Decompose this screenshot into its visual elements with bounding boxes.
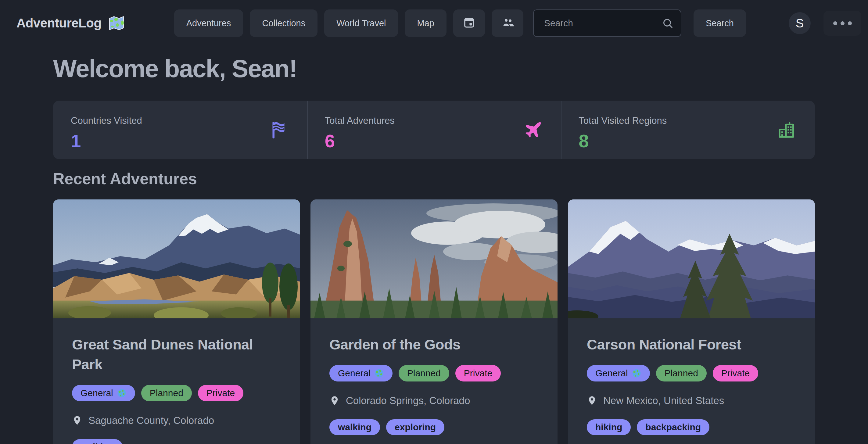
brand-logo[interactable]: AdventureLog: [17, 14, 125, 32]
nav-link-label: World Travel: [336, 18, 386, 28]
tag-row: walking: [72, 439, 281, 444]
nav-link-world-travel[interactable]: World Travel: [324, 9, 398, 37]
map-emoji-icon: [108, 14, 125, 32]
nav-link-label: Adventures: [186, 18, 231, 28]
badge-row: General Planned Private: [72, 385, 281, 401]
nav-link-label: Map: [417, 18, 434, 28]
map-pin-icon: [587, 395, 597, 406]
plane-icon: [523, 120, 543, 140]
top-navbar: AdventureLog Adventures Collections Worl…: [0, 0, 868, 46]
city-icon: [777, 120, 797, 140]
tag: walking: [72, 439, 123, 444]
globe-icon: [117, 388, 127, 398]
brand-name: AdventureLog: [17, 16, 101, 31]
badge-row: General Planned Private: [330, 365, 538, 381]
nav-link-adventures[interactable]: Adventures: [174, 9, 243, 37]
tag: hiking: [587, 419, 631, 435]
stat-value: 8: [579, 130, 667, 152]
card-title: Carson National Forest: [587, 335, 796, 355]
card-body: Great Sand Dunes National Park General P…: [53, 318, 300, 444]
tag-row: hiking backpacking: [587, 419, 796, 435]
search-input[interactable]: [533, 9, 681, 37]
tag: walking: [330, 419, 380, 435]
adventure-cards: Great Sand Dunes National Park General P…: [53, 199, 815, 444]
badge-label: General: [81, 388, 113, 398]
calendar-icon: [463, 16, 475, 31]
stat-countries-visited: Countries Visited 1: [53, 101, 307, 159]
search-button[interactable]: Search: [693, 9, 746, 37]
stat-value: 6: [325, 130, 395, 152]
badge-planned: Planned: [141, 385, 192, 401]
card-location: Colorado Springs, Colorado: [330, 395, 538, 407]
card-photo-carson: [568, 199, 815, 318]
badge-general: General: [330, 365, 393, 381]
card-location: Saguache County, Colorado: [72, 415, 281, 426]
map-pin-icon: [72, 415, 82, 426]
card-body: Garden of the Gods General Planned Priva…: [310, 318, 558, 444]
avatar[interactable]: S: [789, 12, 811, 34]
avatar-initial: S: [796, 17, 804, 30]
users-button[interactable]: [492, 9, 523, 37]
nav-links: Adventures Collections World Travel Map: [174, 9, 746, 37]
welcome-heading: Welcome back, Sean!: [53, 54, 815, 83]
stat-label: Countries Visited: [71, 115, 142, 126]
badge-planned: Planned: [656, 365, 707, 381]
magnifier-icon: [662, 18, 674, 29]
stat-label: Total Adventures: [325, 115, 395, 126]
badge-label: General: [338, 369, 371, 378]
card-title: Garden of the Gods: [330, 335, 538, 355]
overflow-menu-button[interactable]: [824, 11, 861, 36]
users-icon: [501, 16, 514, 31]
globe-icon: [374, 369, 384, 378]
nav-link-label: Collections: [262, 18, 305, 28]
adventure-card-garden-of-the-gods[interactable]: Garden of the Gods General Planned Priva…: [310, 199, 558, 444]
search-field-wrap: [533, 9, 681, 37]
stat-total-adventures: Total Adventures 6: [307, 101, 561, 159]
badge-planned: Planned: [399, 365, 449, 381]
badge-general: General: [72, 385, 135, 401]
card-photo-garden: [310, 199, 558, 318]
card-title: Great Sand Dunes National Park: [72, 335, 281, 375]
badge-general: General: [587, 365, 650, 381]
card-photo-dunes: [53, 199, 300, 318]
location-text: New Mexico, United States: [603, 395, 724, 407]
stats-bar: Countries Visited 1 Total Adventures 6: [53, 101, 815, 159]
badge-private: Private: [198, 385, 243, 401]
map-pin-icon: [330, 395, 340, 406]
location-text: Saguache County, Colorado: [88, 415, 214, 426]
tag: backpacking: [637, 419, 709, 435]
adventure-card-great-sand-dunes[interactable]: Great Sand Dunes National Park General P…: [53, 199, 300, 444]
badge-private: Private: [455, 365, 501, 381]
flag-icon: [269, 120, 289, 140]
adventure-card-carson-national-forest[interactable]: Carson National Forest General Planned P…: [568, 199, 815, 444]
search-button-label: Search: [706, 18, 734, 28]
globe-icon: [632, 369, 641, 378]
calendar-button[interactable]: [453, 9, 485, 37]
tag-row: walking exploring: [330, 419, 538, 435]
nav-link-map[interactable]: Map: [405, 9, 446, 37]
badge-label: General: [595, 369, 628, 378]
badge-private: Private: [713, 365, 758, 381]
card-body: Carson National Forest General Planned P…: [568, 318, 815, 444]
main-content: Welcome back, Sean! Countries Visited 1 …: [0, 54, 868, 444]
location-text: Colorado Springs, Colorado: [346, 395, 470, 407]
stat-total-visited-regions: Total Visited Regions 8: [561, 101, 815, 159]
recent-adventures-heading: Recent Adventures: [53, 169, 815, 188]
card-location: New Mexico, United States: [587, 395, 796, 407]
tag: exploring: [386, 419, 444, 435]
nav-link-collections[interactable]: Collections: [250, 9, 317, 37]
stat-label: Total Visited Regions: [579, 115, 667, 126]
stat-value: 1: [71, 130, 142, 152]
nav-right-group: S: [789, 11, 861, 36]
ellipsis-icon: [833, 21, 852, 25]
badge-row: General Planned Private: [587, 365, 796, 381]
